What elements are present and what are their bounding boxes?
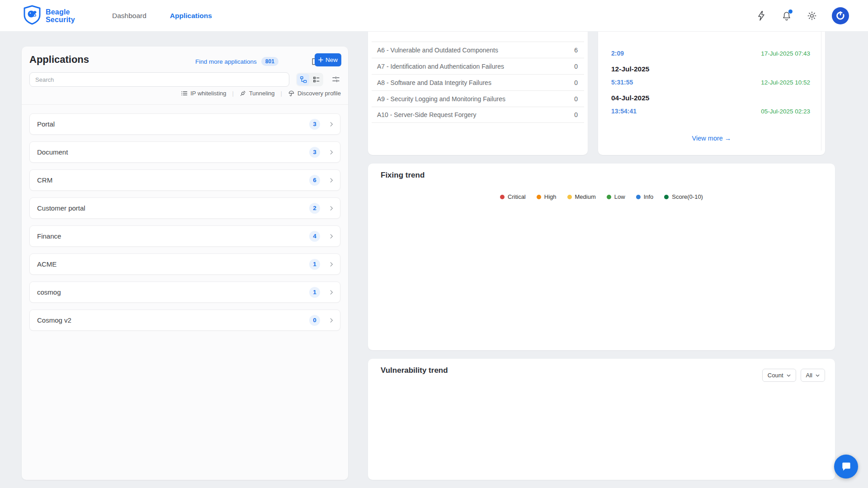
view-more-link[interactable]: View more → <box>598 135 825 142</box>
ip-whitelisting-label: IP whitelisting <box>190 90 226 97</box>
fixing-trend-card: Fixing trend CriticalHighMediumLowInfoSc… <box>368 164 835 350</box>
settings-gear-icon[interactable] <box>807 10 817 21</box>
logo-text-line2: Security <box>46 16 75 23</box>
vulnerability-trend-chart <box>368 359 835 480</box>
owasp-category-count: 0 <box>574 95 578 103</box>
divider: | <box>281 90 282 97</box>
chevron-right-icon[interactable] <box>328 149 335 155</box>
owasp-category-row[interactable]: A7 - Identification and Authentication F… <box>372 58 584 74</box>
chat-launcher-button[interactable] <box>834 455 858 479</box>
chevron-right-icon[interactable] <box>328 261 335 267</box>
test-duration-link[interactable]: 5:31:55 <box>611 79 633 86</box>
chevron-right-icon[interactable] <box>328 205 335 211</box>
application-row[interactable]: Portal3 <box>29 113 340 135</box>
lightning-icon[interactable] <box>756 10 767 21</box>
nav-applications[interactable]: Applications <box>170 12 212 20</box>
quick-links-row: IP whitelisting | Tunneling | Discovery … <box>181 90 341 97</box>
list-view-button[interactable] <box>310 74 322 85</box>
find-more-label: Find more applications <box>195 58 257 65</box>
application-row[interactable]: Finance4 <box>29 225 340 247</box>
page-title: Applications <box>29 54 89 66</box>
chat-icon <box>840 461 852 473</box>
test-duration-link[interactable]: 2:09 <box>611 50 624 57</box>
search-input[interactable] <box>29 72 289 87</box>
test-date-heading: 04-Jul-2025 <box>611 94 810 102</box>
chevron-right-icon[interactable] <box>328 289 335 296</box>
application-vulnerability-count: 4 <box>309 231 320 242</box>
test-duration-link[interactable]: 13:54:41 <box>611 108 637 115</box>
nav-dashboard[interactable]: Dashboard <box>112 12 146 20</box>
application-row[interactable]: ACME1 <box>29 253 340 275</box>
application-vulnerability-count: 3 <box>309 119 320 130</box>
owasp-categories-card: A6 - Vulnerable and Outdated Components6… <box>368 18 588 155</box>
header-actions <box>756 0 849 32</box>
beagle-security-logo[interactable]: Beagle Security <box>23 5 75 27</box>
tunneling-label: Tunneling <box>249 90 275 97</box>
application-name: Customer portal <box>37 204 85 212</box>
find-more-applications-link[interactable]: Find more applications 801 <box>195 57 278 66</box>
owasp-category-row[interactable]: A10 - Server-Side Request Forgery0 <box>372 107 584 123</box>
application-list: Portal3Document3CRM6Customer portal2Fina… <box>29 113 340 338</box>
test-history-list: 2:0917-Jul-2025 07:4312-Jul-20255:31:551… <box>611 50 810 117</box>
top-navbar: Beagle Security Dashboard Applications <box>0 0 868 32</box>
application-name: Finance <box>37 232 61 240</box>
divider: | <box>232 90 234 97</box>
discovery-icon <box>288 90 295 97</box>
shield-logo-icon <box>23 5 42 27</box>
plus-icon <box>318 57 323 62</box>
applications-count-badge: 801 <box>261 57 278 66</box>
divider <box>22 104 348 105</box>
chevron-right-icon[interactable] <box>328 121 335 127</box>
discovery-profile-label: Discovery profile <box>297 90 341 97</box>
application-name: Document <box>37 148 68 156</box>
notifications-bell-icon[interactable] <box>781 10 792 21</box>
test-entry-row: 2:0917-Jul-2025 07:43 <box>611 50 810 57</box>
discovery-profile-link[interactable]: Discovery profile <box>288 90 341 97</box>
application-name: Portal <box>37 120 55 128</box>
view-toggle <box>296 73 323 86</box>
application-vulnerability-count: 1 <box>309 259 320 270</box>
owasp-category-label: A6 - Vulnerable and Outdated Components <box>377 47 498 54</box>
application-vulnerability-count: 0 <box>309 315 320 326</box>
test-history-card: 2:0917-Jul-2025 07:4312-Jul-20255:31:551… <box>598 18 825 155</box>
application-row[interactable]: Customer portal2 <box>29 197 340 219</box>
owasp-category-row[interactable]: A6 - Vulnerable and Outdated Components6 <box>372 42 584 58</box>
application-row[interactable]: CRM6 <box>29 169 340 191</box>
test-date-heading: 12-Jul-2025 <box>611 65 810 73</box>
logo-text-line1: Beagle <box>46 8 75 16</box>
new-application-button[interactable]: New <box>315 53 341 66</box>
chevron-right-icon[interactable] <box>328 177 335 183</box>
application-name: Cosmog v2 <box>37 316 71 324</box>
list-icon <box>181 90 188 97</box>
application-row[interactable]: cosmog1 <box>29 282 340 303</box>
application-name: CRM <box>37 176 52 184</box>
owasp-category-count: 6 <box>574 47 578 54</box>
owasp-category-label: A7 - Identification and Authentication F… <box>377 63 504 70</box>
plug-icon <box>240 90 246 97</box>
tree-view-button[interactable] <box>297 74 309 85</box>
test-finished-time: 12-Jul-2025 10:52 <box>761 79 810 86</box>
application-row[interactable]: Cosmog v20 <box>29 310 340 331</box>
tunneling-link[interactable]: Tunneling <box>240 90 275 97</box>
application-name: cosmog <box>37 288 61 296</box>
owasp-category-row[interactable]: A9 - Security Logging and Monitoring Fai… <box>372 90 584 107</box>
owasp-category-label: A10 - Server-Side Request Forgery <box>377 111 476 118</box>
filter-sliders-icon[interactable] <box>330 74 342 85</box>
notification-dot <box>788 9 793 14</box>
owasp-category-count: 0 <box>574 111 578 118</box>
chevron-right-icon[interactable] <box>328 317 335 324</box>
main-nav: Dashboard Applications <box>112 0 212 32</box>
owasp-category-count: 0 <box>574 63 578 70</box>
owasp-category-label: A8 - Software and Data Integrity Failure… <box>377 79 491 86</box>
test-finished-time: 05-Jul-2025 02:23 <box>761 108 810 115</box>
owasp-category-count: 0 <box>574 79 578 86</box>
application-row[interactable]: Document3 <box>29 141 340 163</box>
chevron-right-icon[interactable] <box>328 233 335 239</box>
owasp-category-row[interactable]: A8 - Software and Data Integrity Failure… <box>372 74 584 90</box>
test-entry-row: 13:54:4105-Jul-2025 02:23 <box>611 108 810 115</box>
user-avatar[interactable] <box>832 7 849 24</box>
application-vulnerability-count: 2 <box>309 203 320 214</box>
scrollbar-track[interactable] <box>821 23 821 150</box>
ip-whitelisting-link[interactable]: IP whitelisting <box>181 90 226 97</box>
vulnerability-trend-card: Vulnerability trend Count All <box>368 359 835 480</box>
